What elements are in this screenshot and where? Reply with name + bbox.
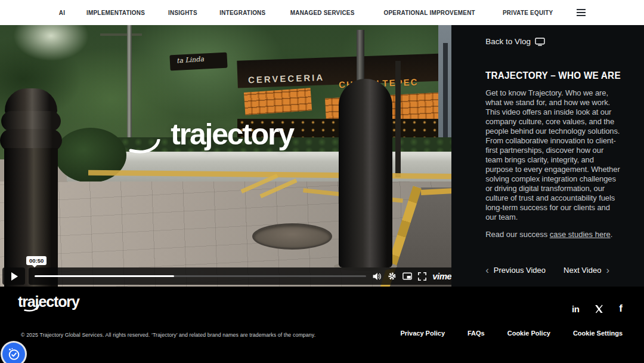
- nav-item-operational-improvement[interactable]: OPERATIONAL IMPROVEMENT: [383, 9, 475, 16]
- scene-window-slot: [443, 43, 448, 139]
- player-controls: vimeo: [0, 266, 451, 287]
- play-button[interactable]: [2, 267, 25, 285]
- accessibility-clock-icon: [6, 346, 21, 362]
- next-video-button[interactable]: Next Video ›: [564, 265, 609, 275]
- footer: trajectory in f © 2025 Trajectory Global…: [0, 287, 644, 363]
- hamburger-menu-icon[interactable]: [577, 9, 586, 16]
- read-more-line: Read our success case studies here.: [485, 230, 631, 239]
- back-to-vlog-label: Back to Vlog: [485, 37, 531, 46]
- footer-links: Privacy Policy FAQs Cookie Policy Cookie…: [400, 330, 623, 337]
- previous-video-label: Previous Video: [494, 266, 546, 275]
- nav-item-integrations[interactable]: INTEGRATIONS: [219, 9, 265, 16]
- linkedin-icon[interactable]: in: [572, 304, 579, 314]
- settings-gear-icon[interactable]: [388, 272, 397, 281]
- bollard-ring: [1, 111, 61, 131]
- monitor-icon: [535, 38, 545, 46]
- volume-icon[interactable]: [372, 272, 382, 281]
- logo-text: tra: [171, 118, 205, 151]
- social-links: in f: [572, 303, 623, 315]
- privacy-policy-link[interactable]: Privacy Policy: [400, 330, 445, 337]
- logo-j: j: [205, 118, 212, 151]
- back-to-vlog-link[interactable]: Back to Vlog: [485, 37, 545, 46]
- control-bar: vimeo: [29, 267, 451, 285]
- scene-bollard-right: [339, 79, 392, 267]
- chevron-left-icon: ‹: [485, 265, 489, 275]
- read-prefix: Read our success: [485, 230, 550, 239]
- nav-item-implementations[interactable]: IMPLEMENTATIONS: [86, 9, 145, 16]
- video-description: Get to know Trajectory. Who we are, what…: [485, 88, 621, 222]
- cookie-settings-link[interactable]: Cookie Settings: [573, 330, 623, 337]
- trajectory-watermark-logo: trajectory: [117, 119, 347, 149]
- faqs-link[interactable]: FAQs: [467, 330, 485, 337]
- scene-lamp-arm: [100, 33, 142, 36]
- progress-played: [35, 275, 174, 277]
- scene-manhole-cover: [252, 223, 332, 250]
- logo-text: ectory: [212, 118, 293, 151]
- footer-trajectory-logo[interactable]: trajectory: [18, 294, 79, 309]
- page: AI IMPLEMENTATIONS INSIGHTS INTEGRATIONS…: [0, 0, 644, 363]
- accessibility-widget-button[interactable]: [2, 343, 25, 363]
- video-player[interactable]: CERVECERIA CHAPULTEPEC ta Linda: [0, 25, 451, 287]
- video-title: TRAJECTORY – WHO WE ARE: [485, 70, 621, 81]
- logo-swoosh: [129, 139, 161, 156]
- top-navigation: AI IMPLEMENTATIONS INSIGHTS INTEGRATIONS…: [0, 0, 644, 25]
- copyright-text: © 2025 Trajectory Global Services. All r…: [21, 332, 315, 338]
- picture-in-picture-icon[interactable]: [402, 272, 412, 280]
- video-info-sidebar: Back to Vlog TRAJECTORY – WHO WE ARE Get…: [451, 25, 644, 287]
- nav-item-insights[interactable]: INSIGHTS: [168, 9, 197, 16]
- logo-swoosh: [24, 304, 40, 313]
- x-twitter-icon[interactable]: [595, 304, 603, 313]
- nav-item-managed-services[interactable]: MANAGED SERVICES: [290, 9, 355, 16]
- read-suffix: .: [611, 230, 613, 239]
- time-tooltip: 00:50: [26, 256, 47, 265]
- nav-item-ai[interactable]: AI: [59, 9, 65, 16]
- scene-dark-pole: [395, 61, 401, 177]
- previous-video-button[interactable]: ‹ Previous Video: [485, 265, 546, 275]
- video-navigation: ‹ Previous Video Next Video ›: [485, 265, 631, 275]
- fullscreen-icon[interactable]: [418, 272, 426, 281]
- chevron-right-icon: ›: [606, 265, 609, 275]
- case-studies-link[interactable]: case studies here: [550, 230, 611, 239]
- next-video-label: Next Video: [564, 266, 601, 275]
- cookie-policy-link[interactable]: Cookie Policy: [507, 330, 550, 337]
- nav-item-private-equity[interactable]: PRIVATE EQUITY: [503, 9, 553, 16]
- vimeo-logo[interactable]: vimeo: [432, 271, 451, 281]
- play-icon: [11, 272, 18, 281]
- logo-text: ectory: [38, 293, 79, 310]
- facebook-icon[interactable]: f: [619, 303, 623, 315]
- progress-bar[interactable]: [35, 275, 366, 277]
- scene-awning-left: [244, 88, 312, 115]
